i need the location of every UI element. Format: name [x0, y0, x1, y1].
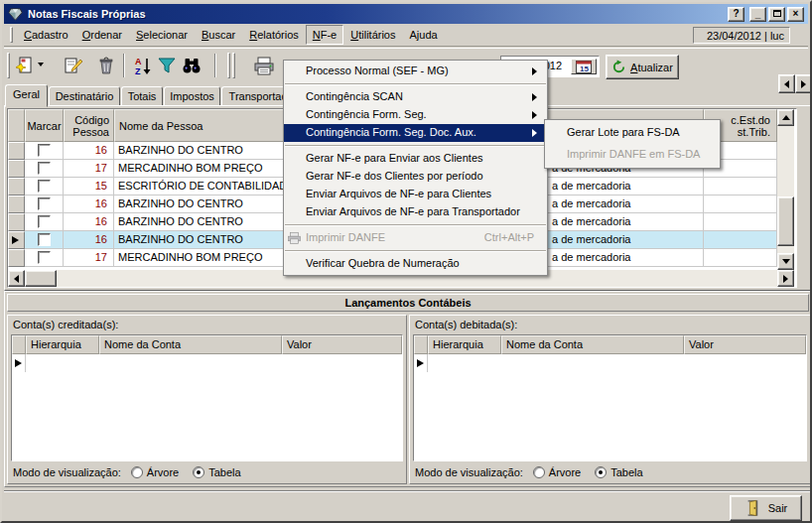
tab-geral[interactable]: Geral	[5, 84, 48, 107]
cell-codigo[interactable]: 15	[64, 178, 114, 195]
row-indicator-current	[8, 231, 25, 249]
menu-item-contingencia-scan[interactable]: Contingência SCAN	[284, 88, 547, 106]
menu-cadastro[interactable]: Cadastro	[17, 25, 75, 45]
vertical-scrollbar[interactable]	[777, 109, 794, 270]
checkbox[interactable]	[38, 251, 51, 264]
help-button[interactable]: ?	[728, 7, 744, 22]
horizontal-scroll-thumb[interactable]	[25, 270, 57, 287]
cell-natureza[interactable]: a de mercadoria	[524, 231, 704, 248]
scroll-up-button[interactable]	[777, 109, 794, 126]
close-button[interactable]: ×	[787, 7, 804, 22]
header-nome-conta[interactable]: Nome da Conta	[501, 335, 684, 354]
cell-natureza[interactable]: a de mercadoria	[524, 178, 704, 195]
cell-marcar[interactable]	[25, 196, 64, 212]
edit-document-icon	[63, 56, 82, 75]
tab-destinatario[interactable]: Destinatário	[49, 86, 120, 106]
cell-natureza[interactable]: a de mercadoria	[524, 249, 704, 266]
debit-panel: Conta(s) debitada(s): Hierarquia Nome da…	[409, 315, 811, 484]
print-report-button[interactable]	[252, 54, 276, 77]
cell-marcar[interactable]	[25, 178, 64, 195]
checkbox[interactable]	[38, 144, 51, 157]
radio-tabela-label[interactable]: Tabela	[610, 466, 642, 478]
atualizar-button[interactable]: Atualizar	[606, 55, 679, 79]
tab-impostos[interactable]: Impostos	[164, 86, 220, 106]
radio-arvore-label[interactable]: Árvore	[549, 466, 581, 478]
cell-marcar[interactable]	[25, 160, 64, 177]
edit-record-button[interactable]	[61, 54, 84, 77]
minimize-button[interactable]: _	[749, 7, 766, 22]
cell-natureza[interactable]: a de mercadoria	[524, 196, 704, 212]
header-hierarquia[interactable]: Hierarquia	[26, 335, 99, 354]
radio-arvore[interactable]	[533, 466, 545, 478]
menu-item-contingencia-form-seg[interactable]: Contingência Form. Seg.	[284, 106, 547, 124]
cell-natureza[interactable]: a de mercadoria	[524, 213, 704, 230]
checkbox[interactable]	[38, 180, 51, 193]
cell-insc[interactable]	[704, 196, 777, 212]
menu-relatorios[interactable]: Relatórios	[242, 25, 306, 45]
menu-utilitarios[interactable]: Utilitários	[343, 25, 402, 45]
cell-codigo[interactable]: 17	[64, 249, 114, 266]
radio-tabela[interactable]	[193, 466, 204, 478]
menu-ajuda[interactable]: Ajuda	[402, 25, 444, 45]
tab-totais[interactable]: Totais	[121, 86, 163, 106]
menu-item-processo-normal[interactable]: Processo Normal (SEF - MG)	[284, 63, 547, 80]
cell-marcar[interactable]	[25, 249, 64, 266]
menu-item-verificar-quebra[interactable]: Verificar Quebra de Numeração	[284, 255, 547, 273]
sair-button[interactable]: Sair	[730, 495, 802, 521]
filter-button[interactable]	[155, 54, 179, 77]
sort-button[interactable]: A Z	[131, 54, 155, 77]
cell-insc[interactable]	[704, 178, 777, 195]
checkbox[interactable]	[38, 162, 51, 175]
calendar-button[interactable]: 15	[571, 59, 597, 74]
menu-item-enviar-arquivos-transportador[interactable]: Enviar Arquivos de NF-e para Transportad…	[284, 203, 547, 221]
checkbox[interactable]	[38, 233, 51, 246]
scroll-down-button[interactable]	[777, 253, 794, 270]
cell-insc[interactable]	[704, 213, 777, 230]
tab-scroll-left-button[interactable]	[778, 74, 795, 93]
header-hierarquia[interactable]: Hierarquia	[428, 335, 501, 354]
tab-scroll-right-button[interactable]	[795, 74, 812, 93]
scroll-right-button[interactable]	[777, 270, 794, 287]
cell-marcar[interactable]	[25, 142, 64, 159]
menu-item-enviar-arquivos-clientes[interactable]: Enviar Arquivos de NF-e para Clientes	[284, 186, 547, 203]
header-nome-conta[interactable]: Nome da Conta	[99, 335, 282, 354]
new-record-button[interactable]	[13, 54, 37, 77]
debit-label: Conta(s) debitada(s):	[415, 319, 517, 330]
delete-record-button[interactable]	[94, 54, 118, 77]
checkbox[interactable]	[38, 197, 51, 210]
cell-marcar[interactable]	[25, 213, 64, 230]
header-valor[interactable]: Valor	[282, 335, 402, 354]
vertical-scroll-thumb[interactable]	[777, 196, 794, 246]
cell-codigo[interactable]: 16	[64, 142, 114, 159]
header-codigo-pessoa[interactable]: CódigoPessoa	[64, 109, 114, 142]
radio-arvore[interactable]	[131, 466, 143, 478]
header-valor[interactable]: Valor	[684, 335, 806, 354]
cell-codigo[interactable]: 16	[64, 213, 114, 230]
cell-codigo[interactable]: 17	[64, 160, 114, 177]
search-button[interactable]	[180, 54, 203, 77]
cell-marcar[interactable]	[25, 231, 64, 248]
menu-item-gerar-lote-fsda[interactable]: Gerar Lote para FS-DA	[545, 122, 720, 144]
menu-buscar[interactable]: Buscar	[195, 25, 242, 45]
menu-ordenar[interactable]: Ordenar	[75, 25, 129, 45]
header-marcar[interactable]: Marcar	[25, 109, 64, 142]
menu-item-gerar-nfe-periodo[interactable]: Gerar NF-e dos Clientes por período	[284, 168, 547, 186]
cell-insc[interactable]	[704, 231, 777, 248]
cell-codigo[interactable]: 16	[64, 196, 114, 212]
menu-item-gerar-nfe-clientes[interactable]: Gerar NF-e para Enviar aos Clientes	[284, 150, 547, 168]
cell-insc[interactable]	[704, 249, 777, 266]
app-icon[interactable]	[8, 7, 23, 22]
checkbox[interactable]	[38, 215, 51, 228]
menu-nfe[interactable]: NF-e	[306, 25, 343, 45]
menu-shortcut: Ctrl+Alt+P	[484, 229, 534, 246]
menu-item-contingencia-form-seg-doc-aux[interactable]: Contingência Form. Seg. Doc. Aux.	[284, 124, 547, 142]
scroll-left-button[interactable]	[8, 270, 25, 287]
maximize-button[interactable]	[768, 7, 785, 22]
new-record-dropdown[interactable]	[35, 54, 47, 77]
radio-tabela[interactable]	[595, 466, 607, 478]
cell-codigo[interactable]: 16	[64, 231, 114, 248]
arrow-left-icon	[10, 275, 19, 283]
menu-selecionar[interactable]: Selecionar	[129, 25, 195, 45]
radio-arvore-label[interactable]: Árvore	[147, 466, 179, 478]
radio-tabela-label[interactable]: Tabela	[208, 466, 240, 478]
